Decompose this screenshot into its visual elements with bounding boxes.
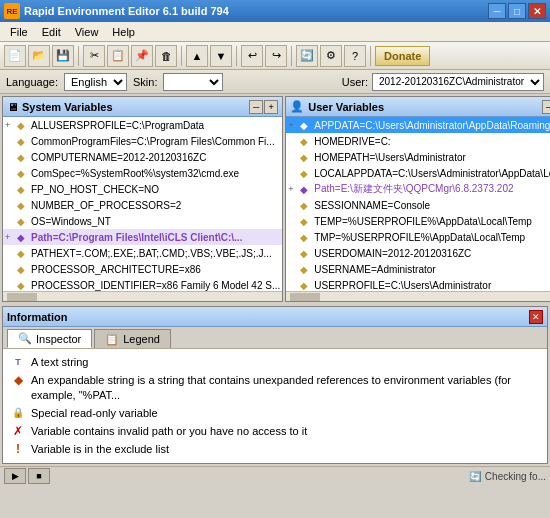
minimize-button[interactable]: ─	[488, 3, 506, 19]
list-item[interactable]: ◆ HOMEPATH=\Users\Administrator	[286, 149, 550, 165]
user-variables-title: 👤 User Variables	[290, 100, 384, 113]
language-label: Language:	[6, 76, 58, 88]
list-item[interactable]: ◆ HOMEDRIVE=C:	[286, 133, 550, 149]
var-icon: ◆	[17, 120, 31, 131]
menu-file[interactable]: File	[4, 24, 34, 40]
toolbar-separator-3	[236, 46, 237, 66]
list-item[interactable]: ◆ TEMP=%USERPROFILE%\AppData\Local\Temp	[286, 213, 550, 229]
user-variables-content[interactable]: + ◆ APPDATA=C:\Users\Administrator\AppDa…	[286, 117, 550, 291]
tab-inspector[interactable]: 🔍 Inspector	[7, 329, 92, 348]
tab-bar: 🔍 Inspector 📋 Legend	[3, 327, 547, 348]
menu-view[interactable]: View	[69, 24, 105, 40]
readonly-type-icon: 🔒	[11, 406, 25, 420]
system-variables-panel: 🖥 System Variables ─ + + ◆ ALLUSERSPROFI…	[2, 96, 283, 302]
tb-settings-button[interactable]: ⚙	[320, 45, 342, 67]
expand-icon: +	[5, 232, 17, 242]
user-variables-panel: 👤 User Variables ─ + + ◆ APPDATA=C:\User…	[285, 96, 550, 302]
status-progress: 🔄 Checking fo...	[469, 471, 546, 482]
list-item[interactable]: ◆ LOCALAPPDATA=C:\Users\Administrator\Ap…	[286, 165, 550, 181]
donate-button[interactable]: Donate	[375, 46, 430, 66]
list-item[interactable]: ◆ USERDOMAIN=2012-20120316ZC	[286, 245, 550, 261]
legend-row-text: T A text string	[11, 353, 539, 371]
var-icon: ◆	[300, 264, 314, 275]
list-item[interactable]: ◆ PROCESSOR_ARCHITECTURE=x86	[3, 261, 282, 277]
var-icon: ◆	[17, 248, 31, 259]
language-select[interactable]: English	[64, 73, 127, 91]
expand-icon: +	[288, 184, 300, 194]
close-button[interactable]: ✕	[528, 3, 546, 19]
legend-row-expandable: ◆ An expandable string is a string that …	[11, 371, 539, 404]
sys-hscroll[interactable]	[3, 291, 282, 301]
options-bar: Language: English Skin: User: 2012-20120…	[0, 70, 550, 94]
status-right: 🔄 Checking fo...	[469, 471, 546, 482]
list-item[interactable]: ◆ COMPUTERNAME=2012-20120316ZC	[3, 149, 282, 165]
information-content: T A text string ◆ An expandable string i…	[3, 348, 547, 463]
tb-down-button[interactable]: ▼	[210, 45, 232, 67]
list-item[interactable]: ◆ FP_NO_HOST_CHECK=NO	[3, 181, 282, 197]
app-title: Rapid Environment Editor 6.1 build 794	[24, 5, 229, 17]
panels-area: 🖥 System Variables ─ + + ◆ ALLUSERSPROFI…	[0, 94, 550, 304]
status-text: Checking fo...	[485, 471, 546, 482]
status-btn-2[interactable]: ■	[28, 468, 50, 484]
list-item[interactable]: + ◆ Path=E:\新建文件夹\QQPCMgr\6.8.2373.202	[286, 181, 550, 197]
var-icon: ◆	[300, 200, 314, 211]
skin-label: Skin:	[133, 76, 157, 88]
var-icon: ◆	[17, 168, 31, 179]
sys-panel-minimize[interactable]: ─	[249, 100, 263, 114]
system-variables-icon: 🖥	[7, 101, 18, 113]
list-item[interactable]: ◆ OS=Windows_NT	[3, 213, 282, 229]
information-close-button[interactable]: ✕	[529, 310, 543, 324]
var-icon: ◆	[300, 136, 314, 147]
toolbar-separator-5	[370, 46, 371, 66]
list-item[interactable]: ◆ PATHEXT=.COM;.EXE;.BAT;.CMD;.VBS;.VBE;…	[3, 245, 282, 261]
tb-help-button[interactable]: ?	[344, 45, 366, 67]
var-icon: ◆	[17, 136, 31, 147]
sys-panel-expand[interactable]: +	[264, 100, 278, 114]
var-icon: ◆	[17, 200, 31, 211]
tb-cut-button[interactable]: ✂	[83, 45, 105, 67]
status-btn-1[interactable]: ▶	[4, 468, 26, 484]
tb-paste-button[interactable]: 📌	[131, 45, 153, 67]
menu-help[interactable]: Help	[106, 24, 141, 40]
skin-select[interactable]	[163, 73, 223, 91]
maximize-button[interactable]: □	[508, 3, 526, 19]
error-type-icon: ✗	[11, 424, 25, 438]
expand-icon: +	[288, 120, 300, 130]
legend-text-readonly: Special read-only variable	[31, 406, 539, 420]
app-icon: RE	[4, 3, 20, 19]
tb-save-button[interactable]: 💾	[52, 45, 74, 67]
list-item[interactable]: ◆ TMP=%USERPROFILE%\AppData\Local\Temp	[286, 229, 550, 245]
user-variables-controls: ─ +	[542, 100, 550, 114]
legend-text-expandable: An expandable string is a string that co…	[31, 373, 539, 402]
menu-edit[interactable]: Edit	[36, 24, 67, 40]
tb-undo-button[interactable]: ↩	[241, 45, 263, 67]
checking-icon: 🔄	[469, 471, 481, 482]
list-item[interactable]: + ◆ ALLUSERSPROFILE=C:\ProgramData	[3, 117, 282, 133]
tb-redo-button[interactable]: ↪	[265, 45, 287, 67]
user-select[interactable]: 2012-20120316ZC\Administrator	[372, 73, 544, 91]
legend-text-error: Variable contains invalid path or you ha…	[31, 424, 539, 438]
list-item[interactable]: + ◆ Path=C:\Program Files\Intel\iCLS Cli…	[3, 229, 282, 245]
list-item[interactable]: + ◆ APPDATA=C:\Users\Administrator\AppDa…	[286, 117, 550, 133]
toolbar-separator-2	[181, 46, 182, 66]
tb-refresh-button[interactable]: 🔄	[296, 45, 318, 67]
tb-delete-button[interactable]: 🗑	[155, 45, 177, 67]
system-variables-title: 🖥 System Variables	[7, 101, 113, 113]
tb-up-button[interactable]: ▲	[186, 45, 208, 67]
tb-open-button[interactable]: 📂	[28, 45, 50, 67]
list-item[interactable]: ◆ CommonProgramFiles=C:\Program Files\Co…	[3, 133, 282, 149]
list-item[interactable]: ◆ ComSpec=%SystemRoot%\system32\cmd.exe	[3, 165, 282, 181]
list-item[interactable]: ◆ NUMBER_OF_PROCESSORS=2	[3, 197, 282, 213]
tb-copy-button[interactable]: 📋	[107, 45, 129, 67]
legend-row-readonly: 🔒 Special read-only variable	[11, 404, 539, 422]
list-item[interactable]: ◆ PROCESSOR_IDENTIFIER=x86 Family 6 Mode…	[3, 277, 282, 291]
list-item[interactable]: ◆ USERNAME=Administrator	[286, 261, 550, 277]
user-hscroll[interactable]	[286, 291, 550, 301]
tb-new-button[interactable]: 📄	[4, 45, 26, 67]
user-panel-minimize[interactable]: ─	[542, 100, 550, 114]
tab-legend[interactable]: 📋 Legend	[94, 329, 171, 348]
var-icon: ◆	[17, 216, 31, 227]
list-item[interactable]: ◆ SESSIONNAME=Console	[286, 197, 550, 213]
list-item[interactable]: ◆ USERPROFILE=C:\Users\Administrator	[286, 277, 550, 291]
system-variables-content[interactable]: + ◆ ALLUSERSPROFILE=C:\ProgramData ◆ Com…	[3, 117, 282, 291]
